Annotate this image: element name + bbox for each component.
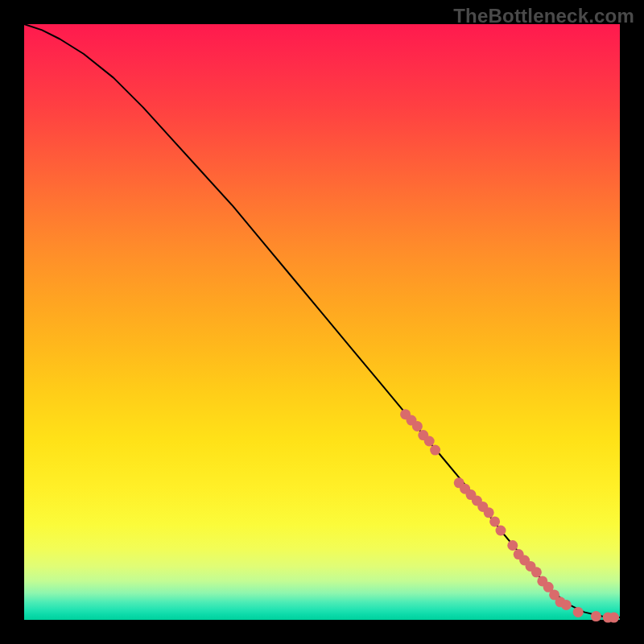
scatter-points (400, 409, 619, 622)
data-point (609, 613, 619, 623)
chart-overlay (24, 24, 620, 620)
data-point (424, 436, 435, 447)
curve-line (24, 24, 620, 617)
plot-area (24, 24, 620, 620)
data-point (496, 526, 506, 536)
chart-stage: TheBottleneck.com (0, 0, 644, 644)
data-point (430, 445, 440, 456)
data-point (561, 600, 572, 610)
data-point (489, 516, 500, 526)
data-point (591, 611, 601, 621)
data-point (573, 607, 584, 617)
data-point (412, 421, 423, 431)
data-point (507, 540, 518, 551)
data-point (531, 567, 542, 577)
data-point (484, 507, 494, 518)
